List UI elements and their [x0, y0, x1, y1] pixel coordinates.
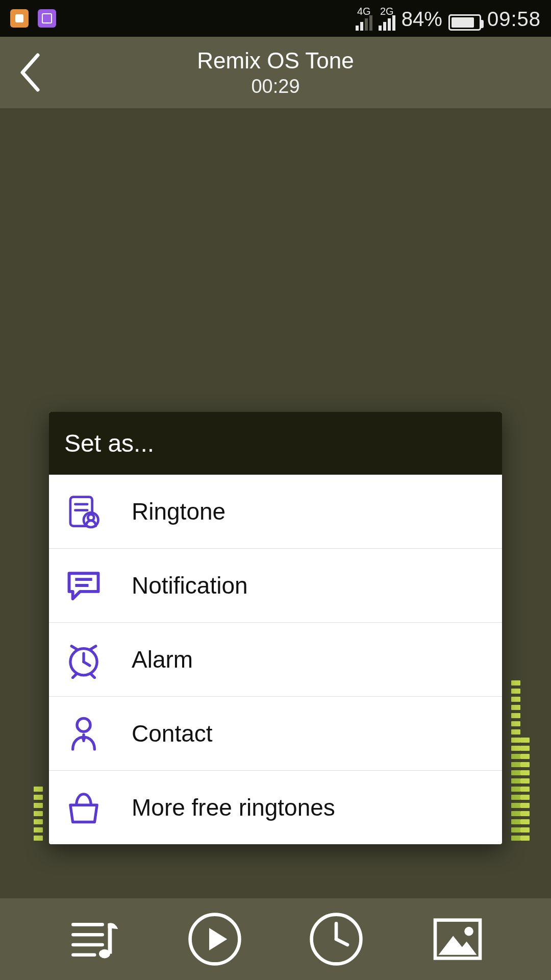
alarm-icon — [64, 640, 103, 679]
page-title: Remix OS Tone — [197, 48, 354, 74]
option-more-ringtones[interactable]: More free ringtones — [49, 771, 502, 844]
image-icon — [430, 911, 486, 967]
battery-percent: 84% — [402, 8, 442, 31]
play-circle-icon — [187, 911, 243, 967]
option-label: Alarm — [132, 646, 193, 673]
option-alarm[interactable]: Alarm — [49, 623, 502, 697]
battery-icon — [448, 14, 481, 31]
back-button[interactable] — [17, 52, 43, 93]
svg-point-27 — [464, 927, 473, 936]
status-notif-tray — [10, 9, 56, 28]
android-status-bar: 4G 2G 84% 09:58 — [0, 0, 551, 37]
signal-2g: 2G — [379, 6, 395, 31]
option-contact[interactable]: Contact — [49, 697, 502, 771]
play-button[interactable] — [187, 911, 243, 967]
image-button[interactable] — [430, 911, 486, 967]
svg-marker-22 — [209, 928, 227, 950]
svg-marker-28 — [439, 936, 477, 954]
bottom-toolbar — [0, 898, 551, 980]
ringtone-icon — [64, 492, 103, 531]
notification-icon — [64, 566, 103, 605]
status-right: 4G 2G 84% 09:58 — [356, 6, 541, 31]
option-notification[interactable]: Notification — [49, 549, 502, 623]
signal-2g-label: 2G — [380, 6, 394, 16]
timer-button[interactable] — [308, 911, 364, 967]
svg-point-12 — [77, 718, 90, 731]
notif-app-icon-2 — [38, 9, 56, 28]
chevron-left-icon — [17, 52, 43, 93]
playlist-icon — [65, 911, 121, 967]
svg-line-10 — [73, 674, 77, 678]
notif-app-icon-1 — [10, 9, 29, 28]
app-header: Remix OS Tone 00:29 — [0, 37, 551, 108]
track-duration: 00:29 — [251, 76, 299, 97]
option-label: Notification — [132, 572, 248, 599]
signal-bars-icon — [356, 15, 372, 31]
signal-4g: 4G — [356, 6, 372, 31]
option-label: More free ringtones — [132, 794, 335, 821]
dialog-title: Set as... — [49, 412, 502, 475]
option-ringtone[interactable]: Ringtone — [49, 475, 502, 549]
option-label: Ringtone — [132, 498, 226, 525]
svg-line-25 — [336, 939, 347, 945]
content-area: Set as... Ringtone Notification — [0, 108, 551, 898]
playlist-button[interactable] — [65, 911, 121, 967]
option-label: Contact — [132, 720, 213, 747]
signal-4g-label: 4G — [357, 6, 371, 16]
svg-line-11 — [91, 674, 94, 678]
bag-icon — [64, 788, 103, 827]
contact-icon — [64, 714, 103, 753]
svg-line-9 — [84, 662, 90, 666]
status-clock: 09:58 — [487, 8, 541, 31]
set-as-dialog: Set as... Ringtone Notification — [49, 412, 502, 844]
svg-point-14 — [83, 738, 85, 739]
signal-bars-icon — [379, 15, 395, 31]
clock-circle-icon — [308, 911, 364, 967]
